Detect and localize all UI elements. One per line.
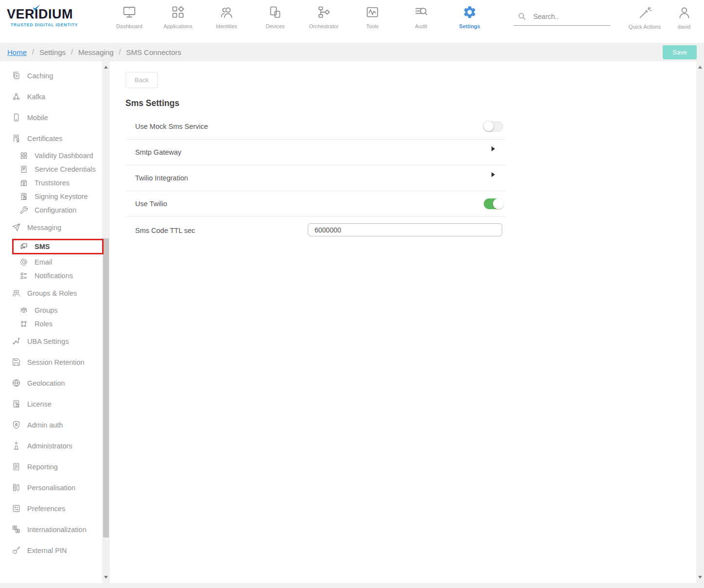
gear-icon	[462, 5, 477, 19]
sidebar-item-groups[interactable]: Groups	[0, 303, 102, 317]
setting-label: Use Mock Sms Service	[135, 123, 208, 130]
setting-label: Smtp Gateway	[135, 148, 181, 156]
settings-sidebar: Caching Kafka Mobile Certificates Validi…	[0, 61, 102, 583]
sidebar-item-label: Groups & Roles	[27, 289, 77, 297]
page-title: Sms Settings	[125, 98, 696, 108]
veridium-logo[interactable]: VERIDIUM TRUSTED DIGITAL IDENTITY	[7, 8, 93, 43]
sidebar-item-reporting[interactable]: Reporting	[0, 456, 102, 477]
nav-item-settings[interactable]: Settings	[445, 5, 494, 43]
breadcrumb-bar: Home / Settings / Messaging / SMS Connec…	[0, 43, 704, 61]
sidebar-item-geolocation[interactable]: Geolocation	[0, 373, 102, 393]
sidebar-item-caching[interactable]: Caching	[0, 65, 102, 86]
breadcrumb-separator: /	[71, 48, 73, 56]
quick-actions-label: Quick Actions	[629, 24, 661, 30]
nav-item-tools[interactable]: Tools	[348, 5, 397, 43]
chest-lock-icon	[19, 178, 28, 187]
sidebar-item-email[interactable]: Email	[0, 255, 102, 269]
nav-item-identities[interactable]: Identities	[202, 5, 251, 43]
logo-text: VERIDIUM	[7, 8, 93, 21]
scroll-up-arrow-icon[interactable]	[104, 66, 108, 69]
sidebar-item-messaging[interactable]: Messaging	[0, 217, 102, 238]
expand-arrow-icon[interactable]	[492, 172, 495, 177]
sidebar-item-preferences[interactable]: Preferences	[0, 498, 102, 519]
group-icon	[19, 306, 28, 315]
sidebar-item-notifications[interactable]: Notifications	[0, 269, 102, 283]
sidebar-item-external-pin[interactable]: External PIN	[0, 540, 102, 561]
sidebar-item-label: Roles	[35, 320, 53, 328]
scroll-down-arrow-icon[interactable]	[698, 576, 702, 579]
app-grid-icon	[171, 5, 185, 19]
sidebar-item-admin-auth[interactable]: Admin auth	[0, 414, 102, 435]
sidebar-item-configuration[interactable]: Configuration	[0, 203, 102, 217]
people-icon	[219, 5, 234, 19]
sidebar-item-label: Session Retention	[27, 358, 85, 366]
sidebar-item-validity-dashboard[interactable]: Validity Dashboard	[0, 149, 102, 162]
scroll-up-arrow-icon[interactable]	[698, 66, 702, 69]
sidebar-item-label: SMS	[35, 243, 50, 250]
sms-code-ttl-input[interactable]	[308, 223, 502, 236]
wrench-icon	[19, 206, 28, 214]
use-mock-sms-toggle[interactable]	[484, 121, 503, 132]
sidebar-item-label: Validity Dashboard	[35, 152, 93, 160]
sidebar-item-session-retention[interactable]: Session Retention	[0, 352, 102, 373]
use-twilio-toggle[interactable]	[484, 198, 503, 209]
sidebar-item-license[interactable]: License	[0, 393, 102, 414]
scatter-icon	[12, 337, 21, 346]
sidebar-item-label: Preferences	[27, 505, 65, 513]
sidebar-item-label: Personalisation	[27, 484, 75, 492]
sidebar-item-signing-keystore[interactable]: Signing Keystore	[0, 190, 102, 203]
sidebar-item-certificates[interactable]: Certificates	[0, 128, 102, 149]
sidebar-item-service-credentials[interactable]: Service Credentials	[0, 162, 102, 176]
sidebar-item-kafka[interactable]: Kafka	[0, 86, 102, 107]
breadcrumb-messaging[interactable]: Messaging	[78, 48, 114, 56]
nav-item-devices[interactable]: Devices	[251, 5, 299, 43]
sidebar-item-administrators[interactable]: Administrators	[0, 435, 102, 456]
setting-row-sms-code-ttl: Sms Code TTL sec	[125, 217, 506, 244]
page-scrollbar[interactable]	[696, 61, 704, 583]
report-icon	[12, 462, 21, 471]
nav-label: Orchestrator	[309, 23, 338, 29]
nav-item-dashboard[interactable]: Dashboard	[105, 5, 154, 43]
magic-wand-icon	[638, 6, 652, 20]
save-button[interactable]: Save	[663, 45, 697, 59]
sidebar-scrollbar[interactable]	[102, 61, 110, 583]
setting-label: Sms Code TTL sec	[135, 227, 195, 234]
sidebar-item-internationalization[interactable]: Internationalization	[0, 519, 102, 540]
sidebar-item-sms[interactable]: SMS	[12, 239, 104, 254]
breadcrumb-home[interactable]: Home	[7, 48, 27, 56]
nav-item-orchestrator[interactable]: Orchestrator	[299, 5, 348, 43]
devices-icon	[268, 5, 282, 19]
setting-row-twilio-integration: Twilio Integration	[125, 165, 506, 191]
top-header: VERIDIUM TRUSTED DIGITAL IDENTITY Dashbo…	[0, 0, 704, 43]
search-icon[interactable]	[517, 12, 527, 21]
sidebar-item-mobile[interactable]: Mobile	[0, 107, 102, 128]
grid-icon	[19, 151, 28, 160]
caching-icon	[12, 71, 21, 80]
sidebar-item-roles[interactable]: Roles	[0, 317, 102, 331]
sidebar-item-label: License	[27, 400, 52, 408]
pulse-frame-icon	[365, 5, 380, 19]
horizontal-scrollbar-track[interactable]	[0, 583, 704, 588]
breadcrumb-settings[interactable]: Settings	[39, 48, 66, 56]
sidebar-scrollbar-thumb[interactable]	[103, 238, 109, 537]
sidebar-item-uba-settings[interactable]: UBA Settings	[0, 331, 102, 352]
nav-label: Settings	[459, 23, 480, 29]
scroll-down-arrow-icon[interactable]	[104, 576, 108, 579]
nav-item-audit[interactable]: Audit	[397, 5, 445, 43]
sidebar-item-truststores[interactable]: Truststores	[0, 176, 102, 190]
sidebar-item-personalisation[interactable]: Personalisation	[0, 477, 102, 498]
back-button[interactable]: Back	[125, 72, 158, 88]
nav-label: Applications	[163, 23, 192, 29]
user-menu[interactable]: david	[668, 6, 700, 30]
settings-rows: Use Mock Sms Service Smtp Gateway Twilio…	[125, 114, 506, 244]
sidebar-item-groups-roles[interactable]: Groups & Roles	[0, 283, 102, 303]
nav-item-applications[interactable]: Applications	[154, 5, 202, 43]
breadcrumb-current: SMS Connectors	[126, 48, 181, 56]
quick-actions-button[interactable]: Quick Actions	[621, 6, 668, 30]
user-name-label: david	[678, 24, 690, 30]
sidebar-item-label: Internationalization	[27, 526, 87, 534]
search-input[interactable]	[532, 12, 605, 21]
mobile-icon	[12, 113, 21, 122]
expand-arrow-icon[interactable]	[492, 146, 495, 151]
admin-person-icon	[12, 441, 21, 450]
